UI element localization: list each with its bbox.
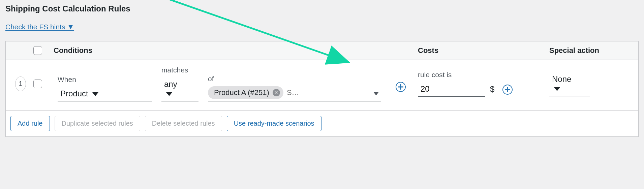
add-cost-button[interactable] xyxy=(502,85,513,95)
chevron-down-icon xyxy=(92,92,98,96)
when-select[interactable]: Product xyxy=(58,87,152,101)
header-costs: Costs xyxy=(416,46,547,55)
add-condition-button[interactable] xyxy=(396,82,406,92)
product-search-input[interactable] xyxy=(287,88,307,97)
duplicate-rules-button[interactable]: Duplicate selected rules xyxy=(55,116,140,131)
row-number: 1 xyxy=(15,76,26,91)
fs-hints-link[interactable]: Check the FS hints ▼ xyxy=(5,23,74,31)
rules-table: Conditions Costs Special action 1 When xyxy=(5,41,639,137)
chevron-down-icon xyxy=(554,87,560,91)
table-footer: Add rule Duplicate selected rules Delete… xyxy=(6,111,638,136)
label-rule-cost: rule cost is xyxy=(418,71,485,79)
row-checkbox[interactable] xyxy=(33,80,42,88)
plus-icon xyxy=(505,87,510,92)
label-matches: matches xyxy=(161,66,198,74)
select-all-checkbox[interactable] xyxy=(33,46,42,55)
delete-rules-button[interactable]: Delete selected rules xyxy=(145,116,222,131)
remove-chip-icon[interactable]: ✕ xyxy=(273,89,280,96)
cost-input[interactable] xyxy=(418,82,485,97)
table-header: Conditions Costs Special action xyxy=(6,41,638,60)
add-rule-button[interactable]: Add rule xyxy=(10,116,50,131)
rule-row: 1 When Product matches any xyxy=(6,60,638,111)
plus-icon xyxy=(398,84,403,90)
chevron-down-icon xyxy=(166,92,172,96)
label-of: of xyxy=(208,75,381,83)
page-title: Shipping Cost Calculation Rules xyxy=(5,4,639,13)
currency-label: $ xyxy=(490,85,494,94)
use-scenarios-button[interactable]: Use ready-made scenarios xyxy=(227,116,321,131)
chevron-down-icon[interactable] xyxy=(373,92,379,95)
special-action-select[interactable]: None xyxy=(549,72,590,96)
matches-select[interactable]: any xyxy=(161,77,198,101)
label-when: When xyxy=(58,75,152,84)
product-chip-label: Product A (#251) xyxy=(214,88,269,97)
product-token-field[interactable]: Product A (#251) ✕ xyxy=(208,86,381,101)
product-chip: Product A (#251) ✕ xyxy=(208,86,283,99)
header-conditions: Conditions xyxy=(50,46,416,55)
header-special: Special action xyxy=(547,46,638,55)
